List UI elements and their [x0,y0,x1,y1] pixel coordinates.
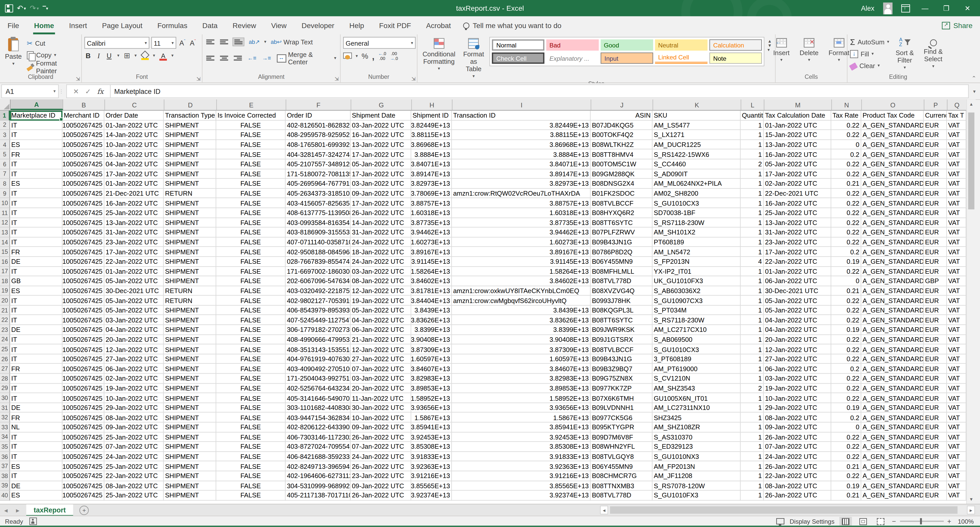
cell-K34[interactable]: S_AS310370 [652,432,740,442]
cancel-icon[interactable]: ✕ [73,87,79,96]
cell-N23[interactable]: 0.19 [831,325,861,335]
cell-M11[interactable]: 25-Jan-2022 UTC [764,208,831,218]
cell-K38[interactable]: AM_JF11208 [652,471,740,481]
cell-I31[interactable]: 3.93656E+13 [452,403,591,413]
cell-N24[interactable]: 0.22 [831,335,861,345]
row-header-15[interactable]: 15 [0,247,10,257]
cell-E34[interactable]: FALSE [216,432,286,442]
cell-N17[interactable]: 0.22 [831,267,861,276]
decrease-decimal-button[interactable]: .00→.0 [390,51,398,61]
cell-I23[interactable]: 3.8399E+13 [452,325,591,335]
cell-K35[interactable]: S_ED329123 [652,442,740,452]
cell-H11[interactable]: 1.60318E+13 [411,208,452,218]
cell-G4[interactable]: 13-Jan-2022 UTC [351,140,411,150]
cell-H4[interactable]: 3.86968E+13 [411,140,452,150]
cell-M28[interactable]: 03-Jan-2022 UTC [764,374,831,384]
cell-E21[interactable]: FALSE [216,306,286,315]
cell-D26[interactable]: SHIPMENT [164,354,216,364]
cell-P8[interactable]: EUR [924,179,947,188]
cell-H9[interactable]: 3.78069E+13 [411,188,452,198]
cell-L34[interactable]: 1 [741,432,764,442]
cell-N3[interactable]: 0.22 [831,130,861,140]
cell-F23[interactable]: 306-1779182-2702736 [286,325,351,335]
cell-F30[interactable]: 405-3141646-5490702 [286,393,351,403]
cell-G36[interactable]: 24-Jan-2022 UTC [351,452,411,462]
cell-G19[interactable]: 12-Jan-2022 UTC [351,286,411,296]
dialog-launcher-icon[interactable]: ⇲ [76,76,80,82]
cell-E13[interactable]: FALSE [216,228,286,237]
row-header-35[interactable]: 35 [0,442,10,452]
cell-N34[interactable]: 0.22 [831,432,861,442]
row-header-16[interactable]: 16 [0,257,10,267]
cell-A9[interactable]: IT [10,188,62,198]
cell-P12[interactable]: EUR [924,218,947,228]
cell-I34[interactable]: 3.92453E+13 [452,432,591,442]
cell-B11[interactable]: 10050267425 [62,208,104,218]
cell-M4[interactable]: 13-Jan-2022 UTC [764,140,831,150]
cell-B38[interactable]: 10050267425 [62,471,104,481]
cell-Q3[interactable]: VAT [947,130,966,140]
cell-I9[interactable]: amzn1:crow:RtQW02VcROeu7LoTHAXrDA [452,188,591,198]
expand-formula-bar-icon[interactable]: ▾ [969,89,980,94]
cell-A10[interactable]: IT [10,199,62,208]
increase-indent-button[interactable]: →≡ [261,54,272,62]
cell-E9[interactable]: FALSE [216,188,286,198]
cell-O2[interactable]: A_GEN_STANDARD [861,120,924,130]
cell-L27[interactable]: 1 [741,364,764,374]
cell-E15[interactable]: FALSE [216,247,286,257]
cell-A35[interactable]: IT [10,442,62,452]
bold-button[interactable]: B [84,52,92,59]
row-header-40[interactable]: 40 [0,491,10,500]
cell-C31[interactable]: 29-Jan-2022 UTC [104,403,164,413]
cell-D35[interactable]: SHIPMENT [164,442,216,452]
cell-H25[interactable]: 3.87309E+13 [411,345,452,354]
cell-I25[interactable]: 3.87309E+13 [452,345,591,354]
cell-Q26[interactable]: VAT [947,354,966,364]
cell-E33[interactable]: FALSE [216,422,286,432]
cell-P16[interactable]: EUR [924,257,947,267]
cell-N2[interactable]: 0.22 [831,120,861,130]
cell-M36[interactable]: 24-Jan-2022 UTC [764,452,831,462]
cell-B35[interactable]: 10050267425 [62,442,104,452]
cell-D29[interactable]: SHIPMENT [164,384,216,393]
cell-Q24[interactable]: VAT [947,335,966,345]
cell-H37[interactable]: 3.92363E+13 [411,462,452,471]
cell-B16[interactable]: 10050267425 [62,257,104,267]
cell-L39[interactable]: 1 [741,481,764,491]
cell-A31[interactable]: DE [10,403,62,413]
cell-M12[interactable]: 13-Jan-2022 UTC [764,218,831,228]
cell-E19[interactable]: FALSE [216,286,286,296]
cell-A11[interactable]: IT [10,208,62,218]
collapse-ribbon-button[interactable]: ⌃ [972,75,976,81]
merge-center-button[interactable]: Merge & Center ▾ [275,49,337,67]
clear-button[interactable]: Clear▾ [850,61,889,71]
tab-review[interactable]: Review [225,16,264,35]
cell-C1[interactable]: Order Date [104,111,164,120]
cell-M17[interactable]: 01-Jan-2022 UTC [764,267,831,276]
user-name[interactable]: Alex [861,4,874,12]
cell-L17[interactable]: 1 [741,267,764,276]
align-right-button[interactable] [232,54,243,62]
cell-J26[interactable]: B09B43JN1G [591,354,653,364]
cell-N30[interactable]: 0.22 [831,393,861,403]
cell-N8[interactable]: 0.21 [831,179,861,188]
cell-E26[interactable]: FALSE [216,354,286,364]
row-header-32[interactable]: 32 [0,413,10,422]
cell-E11[interactable]: FALSE [216,208,286,218]
cell-I7[interactable]: 3.89147E+13 [452,169,591,179]
cell-J7[interactable]: B09GM288QK [591,169,653,179]
row-header-31[interactable]: 31 [0,403,10,413]
cell-H22[interactable]: 3.83626E+13 [411,315,452,325]
cell-L35[interactable]: 1 [741,442,764,452]
cell-G21[interactable]: 05-Jan-2022 UTC [351,306,411,315]
cell-B33[interactable]: 10050267425 [62,422,104,432]
row-header-14[interactable]: 14 [0,237,10,247]
cell-I17[interactable]: 1.58264E+13 [452,267,591,276]
cell-E40[interactable]: FALSE [216,491,286,500]
cell-I36[interactable]: 3.91833E+13 [452,452,591,462]
cell-K7[interactable]: S_AD090IT [652,169,740,179]
cell-J16[interactable]: B06Y455MN9 [591,257,653,267]
column-header-D[interactable]: D [164,99,217,110]
row-header-6[interactable]: 6 [0,159,10,169]
cell-K31[interactable]: AM_LC27311NX10 [652,403,740,413]
